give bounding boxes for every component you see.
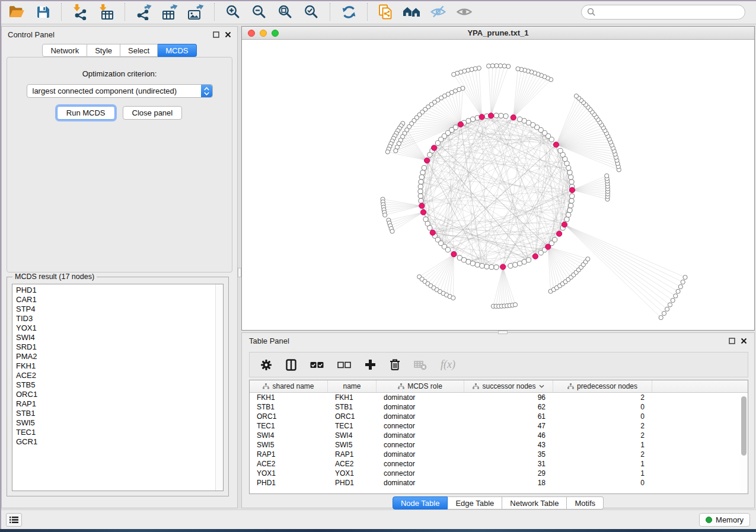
- duplicate-network-button[interactable]: [373, 2, 399, 22]
- table-cell: ORC1: [328, 412, 377, 421]
- mcds-result-listbox[interactable]: PHD1CAR1STP4TID3YOX1SWI4SRD1PMA2FKH1ACE2…: [12, 284, 224, 491]
- add-column-icon[interactable]: [365, 359, 376, 370]
- mcds-result-item[interactable]: PHD1: [12, 286, 215, 295]
- tab-node-table[interactable]: Node Table: [393, 496, 448, 509]
- close-panel-icon[interactable]: [741, 338, 747, 344]
- zoom-out-button[interactable]: [246, 2, 272, 22]
- mcds-result-item[interactable]: STP4: [12, 305, 215, 314]
- table-row[interactable]: ORC1ORC1dominator610: [250, 412, 739, 421]
- zoom-in-button[interactable]: [220, 2, 246, 22]
- control-panel-title: Control Panel: [8, 30, 55, 39]
- table-row[interactable]: RAP1RAP1dominator352: [250, 450, 739, 459]
- splitter-handle-horizontal[interactable]: [498, 331, 508, 334]
- export-image-button[interactable]: [183, 2, 209, 22]
- float-panel-icon[interactable]: [213, 31, 219, 38]
- memory-button[interactable]: Memory: [699, 513, 750, 527]
- column-header-mcds-role[interactable]: MCDS role: [377, 380, 464, 392]
- mcds-result-item[interactable]: FKH1: [12, 361, 215, 371]
- zoom-fit-button[interactable]: [272, 2, 298, 22]
- mcds-result-item[interactable]: SWI4: [12, 333, 215, 342]
- mcds-result-item[interactable]: YOX1: [12, 323, 215, 333]
- column-header-name[interactable]: name: [328, 380, 377, 392]
- import-table-button[interactable]: [93, 2, 119, 22]
- mcds-result-item[interactable]: PMA2: [12, 352, 215, 361]
- tab-mcds[interactable]: MCDS: [158, 44, 196, 57]
- network-canvas[interactable]: [242, 40, 754, 330]
- mcds-result-item[interactable]: GCR1: [12, 437, 215, 447]
- table-cell: connector: [377, 422, 464, 430]
- tab-motifs[interactable]: Motifs: [567, 496, 604, 509]
- close-panel-icon[interactable]: [225, 31, 231, 38]
- table-row[interactable]: SWI5SWI5connector431: [250, 440, 739, 450]
- open-file-button[interactable]: [4, 2, 30, 22]
- mcds-result-item[interactable]: SRD1: [12, 342, 215, 352]
- mcds-result-item[interactable]: STB5: [12, 380, 215, 390]
- mcds-result-item[interactable]: SWI5: [12, 418, 215, 428]
- mcds-result-item[interactable]: RAP1: [12, 399, 215, 409]
- show-first-neighbors-button[interactable]: [399, 2, 425, 22]
- table-cell: 35: [464, 450, 553, 459]
- float-panel-icon[interactable]: [729, 338, 735, 344]
- table-row[interactable]: PHD1PHD1dominator180: [250, 478, 739, 488]
- tab-edge-table[interactable]: Edge Table: [448, 496, 502, 509]
- export-network-button[interactable]: [130, 2, 157, 22]
- sort-chevron-icon: [539, 384, 544, 388]
- zoom-selected-button[interactable]: [298, 2, 324, 22]
- table-row[interactable]: STB1STB1dominator620: [250, 402, 739, 412]
- table-scrollbar[interactable]: [740, 393, 747, 493]
- mcds-list-scrollbar[interactable]: [215, 284, 223, 491]
- mcds-result-item[interactable]: TEC1: [12, 428, 215, 437]
- table-row[interactable]: YOX1YOX1connector291: [250, 469, 739, 478]
- network-window-titlebar[interactable]: YPA_prune.txt_1: [242, 27, 754, 40]
- table-cell: FKH1: [328, 393, 377, 402]
- run-mcds-button[interactable]: Run MCDS: [57, 106, 115, 120]
- table-row[interactable]: FKH1FKH1dominator962: [250, 393, 739, 402]
- table-cell: 1: [553, 460, 652, 468]
- network-canvas-svg[interactable]: [242, 40, 754, 330]
- mcds-result-item[interactable]: TID3: [12, 314, 215, 323]
- hide-selected-button[interactable]: [425, 2, 451, 22]
- column-header-successor-nodes[interactable]: successor nodes: [464, 380, 553, 392]
- delete-column-icon[interactable]: [390, 358, 400, 371]
- refresh-icon: [341, 4, 357, 20]
- table-row[interactable]: ACE2ACE2connector311: [250, 459, 739, 469]
- show-all-button[interactable]: [451, 2, 477, 22]
- table-cell: PHD1: [250, 479, 328, 487]
- select-all-checkboxes-icon[interactable]: [310, 361, 324, 368]
- save-floppy-icon: [36, 5, 50, 20]
- deselect-all-checkboxes-icon[interactable]: [337, 361, 351, 368]
- table-scrollbar-thumb[interactable]: [741, 396, 747, 456]
- table-cell: STB1: [328, 403, 377, 411]
- settings-gear-icon[interactable]: [260, 359, 272, 371]
- table-cell: dominator: [377, 403, 464, 411]
- optimization-criterion-select[interactable]: largest connected component (undirected): [27, 84, 213, 98]
- table-row[interactable]: SWI4SWI4dominator462: [250, 431, 739, 440]
- tab-network-table[interactable]: Network Table: [502, 496, 567, 509]
- shared-column-icon: [567, 383, 574, 389]
- zoom-fit-icon: [277, 4, 293, 20]
- import-network-button[interactable]: [67, 2, 93, 22]
- column-header-shared-name[interactable]: shared name: [250, 380, 328, 392]
- mcds-result-item[interactable]: ACE2: [12, 371, 215, 380]
- mcds-result-item[interactable]: STB1: [12, 409, 215, 418]
- close-panel-button[interactable]: Close panel: [123, 106, 183, 120]
- show-task-list-button[interactable]: [6, 513, 22, 527]
- table-cell: 0: [553, 403, 652, 411]
- tab-select[interactable]: Select: [120, 44, 158, 57]
- table-cell: 62: [464, 403, 553, 411]
- select-stepper-icon: [201, 85, 212, 97]
- mcds-result-item[interactable]: CAR1: [12, 295, 215, 305]
- column-header-predecessor-nodes[interactable]: predecessor nodes: [553, 380, 652, 392]
- optimization-criterion-value: largest connected component (undirected): [27, 86, 201, 95]
- zoom-out-icon: [251, 4, 267, 20]
- table-row[interactable]: TEC1TEC1connector472: [250, 421, 739, 431]
- tab-style[interactable]: Style: [87, 44, 120, 57]
- tab-network[interactable]: Network: [42, 44, 87, 57]
- mcds-result-item[interactable]: ORC1: [12, 390, 215, 399]
- export-table-button[interactable]: [157, 2, 183, 22]
- search-input[interactable]: [596, 8, 739, 17]
- refresh-view-button[interactable]: [336, 2, 362, 22]
- save-session-button[interactable]: [30, 2, 56, 22]
- toggle-column-panel-icon[interactable]: [286, 359, 296, 371]
- search-box[interactable]: [581, 5, 745, 20]
